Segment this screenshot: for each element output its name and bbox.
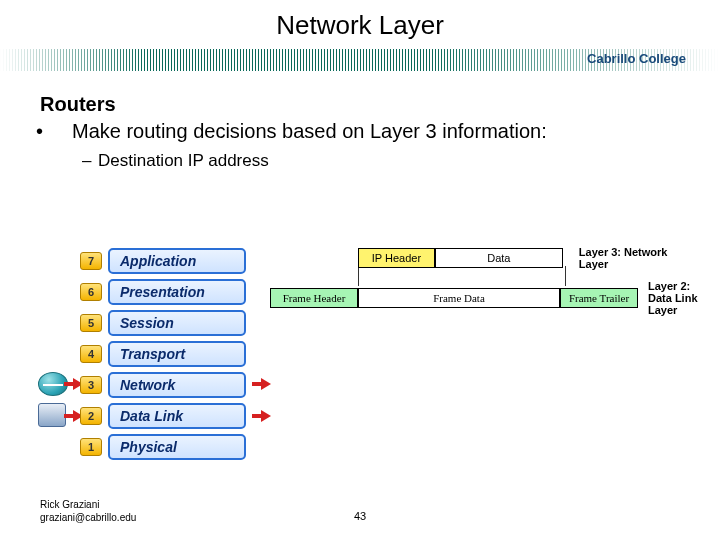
bullet-sub: –Destination IP address (82, 151, 680, 171)
ip-header-box: IP Header (358, 248, 435, 268)
osi-row-6: 6 Presentation (80, 279, 246, 305)
osi-stack: 7 Application 6 Presentation 5 Session 4… (80, 248, 246, 465)
osi-num: 3 (80, 376, 102, 394)
osi-row-7: 7 Application (80, 248, 246, 274)
osi-num: 5 (80, 314, 102, 332)
osi-row-2: 2 Data Link (80, 403, 246, 429)
footer-email: graziani@cabrillo.edu (40, 512, 136, 523)
packet-diagram: IP Header Data Layer 3: Network Layer Fr… (268, 246, 698, 316)
content-area: Routers •Make routing decisions based on… (0, 71, 720, 171)
layer3-label: Layer 3: Network Layer (579, 246, 698, 270)
page-number: 43 (354, 510, 366, 522)
osi-num: 2 (80, 407, 102, 425)
frame-trailer-box: Frame Trailer (560, 288, 638, 308)
slide-title: Network Layer (0, 0, 720, 41)
osi-row-3: 3 Network (80, 372, 246, 398)
footer-author: Rick Graziani (40, 499, 99, 510)
osi-num: 6 (80, 283, 102, 301)
footer: Rick Graziani graziani@cabrillo.edu (40, 498, 136, 524)
frame-data-box: Frame Data (358, 288, 560, 308)
diagram: 7 Application 6 Presentation 5 Session 4… (38, 248, 698, 488)
layer3-row: IP Header Data Layer 3: Network Layer (358, 246, 698, 270)
header-bar: Cabrillo College (0, 49, 720, 71)
ip-data-box: Data (435, 248, 563, 268)
bullet-sub-text: Destination IP address (98, 151, 269, 170)
osi-label: Session (108, 310, 246, 336)
osi-label: Transport (108, 341, 246, 367)
osi-row-1: 1 Physical (80, 434, 246, 460)
brand-text: Cabrillo College (587, 51, 686, 66)
osi-num: 7 (80, 252, 102, 270)
osi-label: Data Link (108, 403, 246, 429)
osi-label: Physical (108, 434, 246, 460)
frame-header-box: Frame Header (270, 288, 358, 308)
osi-num: 1 (80, 438, 102, 456)
osi-row-5: 5 Session (80, 310, 246, 336)
layer2-row: Frame Header Frame Data Frame Trailer La… (270, 280, 698, 316)
osi-label: Presentation (108, 279, 246, 305)
osi-num: 4 (80, 345, 102, 363)
section-heading: Routers (40, 93, 680, 116)
arrow-icon (252, 410, 272, 422)
osi-label: Application (108, 248, 246, 274)
encap-line (560, 298, 561, 308)
osi-row-4: 4 Transport (80, 341, 246, 367)
arrow-icon (252, 378, 272, 390)
osi-label: Network (108, 372, 246, 398)
nic-icon (38, 403, 66, 427)
bullet-main: •Make routing decisions based on Layer 3… (54, 120, 680, 143)
bullet-main-text: Make routing decisions based on Layer 3 … (72, 120, 547, 142)
encap-line (358, 298, 359, 308)
layer2-label: Layer 2: Data Link Layer (648, 280, 698, 316)
